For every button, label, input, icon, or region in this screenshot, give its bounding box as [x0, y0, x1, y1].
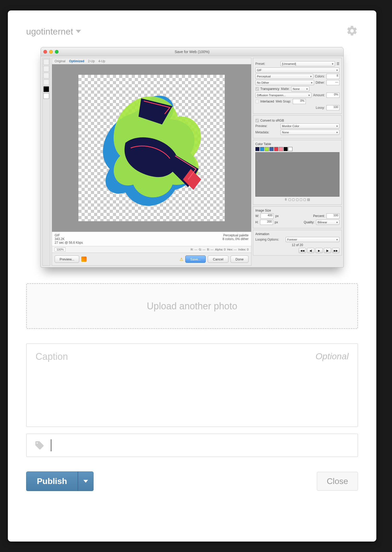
transparency-check: Transparency	[255, 87, 279, 91]
slice-tool-icon	[43, 66, 49, 72]
done-button: Done	[230, 255, 249, 263]
caption-optional-label: Optional	[315, 351, 349, 361]
warning-icon: ⚠	[180, 257, 183, 262]
reduction-select: Perceptual	[255, 74, 313, 79]
next-frame-icon: |▶	[324, 248, 331, 253]
browser-preview-icon	[81, 257, 87, 262]
caption-placeholder: Caption	[36, 351, 68, 362]
frame-counter: 12 of 20	[255, 243, 339, 247]
color-count: 8	[285, 198, 287, 201]
last-frame-icon: ▶▶	[332, 248, 339, 253]
eyedropper-tool-icon	[43, 79, 49, 85]
preview-tabs: Original Optimized 2-Up 4-Up	[52, 58, 251, 64]
tool-palette	[42, 58, 50, 266]
hand-tool-icon	[43, 59, 49, 65]
foreground-color-swatch	[43, 86, 49, 92]
trans-dither-select: Diffusion Transparen...	[255, 93, 312, 98]
blog-selector-dropdown[interactable]: ugotinternet	[26, 26, 81, 37]
settings-sidebar: Preset:[Unnamed]☰ GIF PerceptualColors:8…	[253, 58, 342, 266]
status-size: 343.2K	[55, 237, 83, 241]
animation-controls: ◀◀ ◀| ▶ |▶ ▶▶	[255, 248, 339, 253]
card-header: ugotinternet	[26, 25, 358, 38]
chevron-down-icon	[76, 30, 81, 33]
menu-icon: ☰	[337, 62, 339, 66]
upload-another-label: Upload another photo	[147, 301, 237, 312]
first-frame-icon: ◀◀	[299, 248, 306, 253]
tab-4up: 4-Up	[98, 59, 105, 63]
status-bar: GIF 343.2K 27 sec @ 56.6 Kbps Perceptual…	[52, 232, 251, 246]
info-alpha: Alpha: 0	[215, 248, 226, 251]
zoom-info-bar: 100% R: — G: — B: — Alpha: 0 Hex: — Inde…	[52, 246, 251, 253]
color-table-label: Color Table	[255, 142, 339, 146]
zoom-tool-icon	[43, 73, 49, 78]
info-index: Index: 0	[238, 248, 249, 251]
zoom-value: 100%	[55, 247, 66, 252]
tags-input[interactable]	[26, 434, 358, 457]
window-title: Save for Web (100%)	[41, 50, 343, 54]
preview-button: Preview...	[55, 255, 79, 263]
background-color-swatch	[43, 93, 49, 99]
publish-options-toggle[interactable]	[78, 471, 94, 491]
color-swatch-row	[255, 147, 339, 151]
info-r: R: —	[191, 248, 197, 251]
tab-2up: 2-Up	[88, 59, 95, 63]
status-colors: 8 colors, 0% dither	[223, 237, 249, 241]
info-b: B: —	[207, 248, 213, 251]
interlaced-check: Interlaced	[255, 100, 274, 103]
info-g: G: —	[199, 248, 206, 251]
color-table	[255, 152, 339, 197]
tab-optimized: Optimized	[69, 59, 84, 63]
gear-icon	[346, 25, 358, 37]
status-palette: Perceptual palette	[223, 234, 249, 237]
settings-button[interactable]	[346, 25, 358, 38]
status-time: 27 sec @ 56.6 Kbps	[55, 241, 83, 244]
prev-frame-icon: ◀|	[307, 248, 314, 253]
save-button: Save...	[185, 255, 206, 263]
chevron-down-icon	[83, 480, 88, 483]
text-cursor	[51, 439, 51, 451]
publish-split-button: Publish	[26, 471, 94, 491]
close-button[interactable]: Close	[317, 472, 358, 491]
canvas-artwork	[78, 75, 225, 221]
save-for-web-window: Save for Web (100%) Original	[41, 47, 344, 268]
blog-name: ugotinternet	[26, 26, 73, 37]
info-hex: Hex: —	[227, 248, 237, 251]
status-format: GIF	[55, 234, 83, 237]
window-titlebar: Save for Web (100%)	[41, 47, 343, 56]
dither-select: No Dither	[255, 80, 314, 85]
format-select: GIF	[255, 67, 339, 73]
preview-main: Original Optimized 2-Up 4-Up	[52, 58, 251, 266]
upload-another-dropzone[interactable]: Upload another photo	[26, 283, 358, 329]
tab-original: Original	[55, 59, 65, 63]
cancel-button: Cancel	[208, 255, 228, 263]
post-editor-card: ugotinternet Save for Web (100%)	[8, 10, 376, 542]
editor-footer: Publish Close	[26, 471, 358, 491]
uploaded-image-preview: Save for Web (100%) Original	[26, 47, 358, 268]
colors-field: 8	[326, 74, 339, 79]
play-icon: ▶	[315, 248, 323, 253]
caption-input[interactable]: Caption Optional	[26, 343, 358, 427]
tag-icon	[34, 440, 44, 450]
srgb-check: Convert to sRGB	[255, 119, 284, 122]
preset-select: [Unnamed]	[280, 61, 335, 66]
publish-button[interactable]: Publish	[26, 471, 78, 491]
dialog-footer: Preview... ⚠ Save... Cancel Done	[52, 253, 251, 265]
